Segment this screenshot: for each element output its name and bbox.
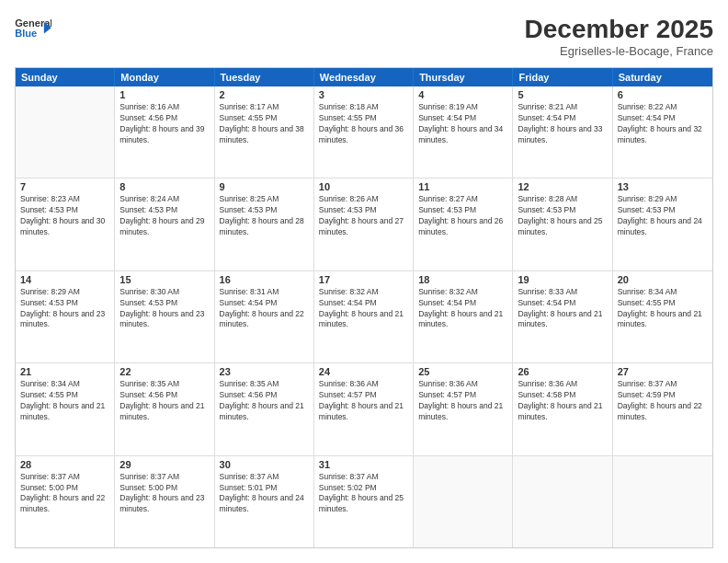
calendar-cell: 7Sunrise: 8:23 AMSunset: 4:53 PMDaylight… [16,178,115,270]
day-number: 30 [220,459,309,470]
day-info: Sunrise: 8:37 AMSunset: 5:00 PMDaylight:… [119,472,209,516]
weekday-header: Sunday [16,68,115,86]
weekday-header: Thursday [414,68,513,86]
day-number: 21 [20,366,109,377]
day-info: Sunrise: 8:36 AMSunset: 4:58 PMDaylight:… [518,379,607,423]
calendar-cell: 27Sunrise: 8:37 AMSunset: 4:59 PMDayligh… [613,363,712,454]
day-number: 11 [418,181,507,192]
day-info: Sunrise: 8:28 AMSunset: 4:53 PMDaylight:… [518,194,607,238]
calendar-cell: 6Sunrise: 8:22 AMSunset: 4:54 PMDaylight… [613,86,712,178]
calendar-cell: 15Sunrise: 8:30 AMSunset: 4:53 PMDayligh… [115,271,214,362]
day-info: Sunrise: 8:37 AMSunset: 4:59 PMDaylight:… [618,379,708,423]
day-info: Sunrise: 8:25 AMSunset: 4:53 PMDaylight:… [220,194,309,238]
calendar-page: General Blue December 2025 Egriselles-le… [0,0,728,563]
day-number: 2 [220,89,309,100]
day-number: 16 [220,274,309,285]
calendar-header: SundayMondayTuesdayWednesdayThursdayFrid… [16,68,712,86]
day-number: 20 [618,274,708,285]
logo-icon: General Blue [15,15,51,42]
calendar-cell: 3Sunrise: 8:18 AMSunset: 4:55 PMDaylight… [314,86,414,178]
calendar-cell: 19Sunrise: 8:33 AMSunset: 4:54 PMDayligh… [513,271,612,362]
header: General Blue December 2025 Egriselles-le… [15,15,713,58]
weekday-header: Friday [513,68,612,86]
calendar-cell: 13Sunrise: 8:29 AMSunset: 4:53 PMDayligh… [613,178,712,270]
day-number: 23 [220,366,309,377]
day-info: Sunrise: 8:19 AMSunset: 4:54 PMDaylight:… [418,102,507,146]
title-block: December 2025 Egriselles-le-Bocage, Fran… [525,15,713,58]
day-info: Sunrise: 8:31 AMSunset: 4:54 PMDaylight:… [220,287,309,331]
calendar-cell: 4Sunrise: 8:19 AMSunset: 4:54 PMDaylight… [414,86,513,178]
day-number: 14 [20,274,109,285]
calendar-cell: 26Sunrise: 8:36 AMSunset: 4:58 PMDayligh… [513,363,612,454]
calendar-row: 7Sunrise: 8:23 AMSunset: 4:53 PMDaylight… [16,178,712,270]
calendar-body: 1Sunrise: 8:16 AMSunset: 4:56 PMDaylight… [16,86,712,547]
day-info: Sunrise: 8:26 AMSunset: 4:53 PMDaylight:… [319,194,408,238]
day-info: Sunrise: 8:37 AMSunset: 5:01 PMDaylight:… [220,472,309,516]
calendar-cell: 23Sunrise: 8:35 AMSunset: 4:56 PMDayligh… [215,363,314,454]
calendar-cell: 20Sunrise: 8:34 AMSunset: 4:55 PMDayligh… [613,271,712,362]
day-number: 1 [119,89,209,100]
day-info: Sunrise: 8:27 AMSunset: 4:53 PMDaylight:… [418,194,507,238]
day-info: Sunrise: 8:18 AMSunset: 4:55 PMDaylight:… [319,102,408,146]
calendar-cell: 28Sunrise: 8:37 AMSunset: 5:00 PMDayligh… [16,456,115,547]
calendar-cell [613,456,712,547]
day-info: Sunrise: 8:32 AMSunset: 4:54 PMDaylight:… [319,287,408,331]
day-info: Sunrise: 8:29 AMSunset: 4:53 PMDaylight:… [618,194,708,238]
calendar-cell: 8Sunrise: 8:24 AMSunset: 4:53 PMDaylight… [115,178,214,270]
day-number: 31 [319,459,408,470]
day-info: Sunrise: 8:37 AMSunset: 5:00 PMDaylight:… [20,472,109,516]
day-info: Sunrise: 8:29 AMSunset: 4:53 PMDaylight:… [20,287,109,331]
day-number: 29 [119,459,209,470]
day-info: Sunrise: 8:34 AMSunset: 4:55 PMDaylight:… [618,287,708,331]
day-number: 25 [418,366,507,377]
day-number: 13 [618,181,708,192]
day-number: 8 [119,181,209,192]
day-number: 24 [319,366,408,377]
day-info: Sunrise: 8:36 AMSunset: 4:57 PMDaylight:… [319,379,408,423]
day-info: Sunrise: 8:21 AMSunset: 4:54 PMDaylight:… [518,102,607,146]
calendar-cell: 17Sunrise: 8:32 AMSunset: 4:54 PMDayligh… [314,271,414,362]
day-number: 26 [518,366,607,377]
location: Egriselles-le-Bocage, France [525,44,713,58]
calendar-cell: 9Sunrise: 8:25 AMSunset: 4:53 PMDaylight… [215,178,314,270]
day-info: Sunrise: 8:24 AMSunset: 4:53 PMDaylight:… [119,194,209,238]
day-info: Sunrise: 8:22 AMSunset: 4:54 PMDaylight:… [618,102,708,146]
day-number: 18 [418,274,507,285]
day-number: 19 [518,274,607,285]
calendar-cell: 24Sunrise: 8:36 AMSunset: 4:57 PMDayligh… [314,363,414,454]
day-info: Sunrise: 8:33 AMSunset: 4:54 PMDaylight:… [518,287,607,331]
calendar-cell: 11Sunrise: 8:27 AMSunset: 4:53 PMDayligh… [414,178,513,270]
day-number: 17 [319,274,408,285]
calendar-cell: 5Sunrise: 8:21 AMSunset: 4:54 PMDaylight… [513,86,612,178]
day-number: 7 [20,181,109,192]
calendar-cell: 18Sunrise: 8:32 AMSunset: 4:54 PMDayligh… [414,271,513,362]
calendar-cell: 31Sunrise: 8:37 AMSunset: 5:02 PMDayligh… [314,456,414,547]
day-info: Sunrise: 8:35 AMSunset: 4:56 PMDaylight:… [119,379,209,423]
svg-text:Blue: Blue [15,28,37,39]
calendar-cell: 21Sunrise: 8:34 AMSunset: 4:55 PMDayligh… [16,363,115,454]
calendar-cell: 25Sunrise: 8:36 AMSunset: 4:57 PMDayligh… [414,363,513,454]
day-number: 10 [319,181,408,192]
day-number: 3 [319,89,408,100]
calendar-cell: 1Sunrise: 8:16 AMSunset: 4:56 PMDaylight… [115,86,214,178]
day-info: Sunrise: 8:23 AMSunset: 4:53 PMDaylight:… [20,194,109,238]
calendar-cell: 16Sunrise: 8:31 AMSunset: 4:54 PMDayligh… [215,271,314,362]
calendar-cell: 12Sunrise: 8:28 AMSunset: 4:53 PMDayligh… [513,178,612,270]
calendar-cell [513,456,612,547]
calendar-cell: 10Sunrise: 8:26 AMSunset: 4:53 PMDayligh… [314,178,414,270]
weekday-header: Monday [115,68,214,86]
calendar-row: 1Sunrise: 8:16 AMSunset: 4:56 PMDaylight… [16,86,712,178]
day-number: 22 [119,366,209,377]
day-number: 27 [618,366,708,377]
calendar-row: 28Sunrise: 8:37 AMSunset: 5:00 PMDayligh… [16,456,712,547]
calendar-cell: 22Sunrise: 8:35 AMSunset: 4:56 PMDayligh… [115,363,214,454]
weekday-header: Wednesday [314,68,414,86]
day-info: Sunrise: 8:16 AMSunset: 4:56 PMDaylight:… [119,102,209,146]
weekday-header: Saturday [613,68,712,86]
day-number: 15 [119,274,209,285]
calendar-cell: 2Sunrise: 8:17 AMSunset: 4:55 PMDaylight… [215,86,314,178]
logo: General Blue [15,15,51,42]
calendar: SundayMondayTuesdayWednesdayThursdayFrid… [15,67,713,548]
weekday-header: Tuesday [215,68,314,86]
calendar-cell: 29Sunrise: 8:37 AMSunset: 5:00 PMDayligh… [115,456,214,547]
